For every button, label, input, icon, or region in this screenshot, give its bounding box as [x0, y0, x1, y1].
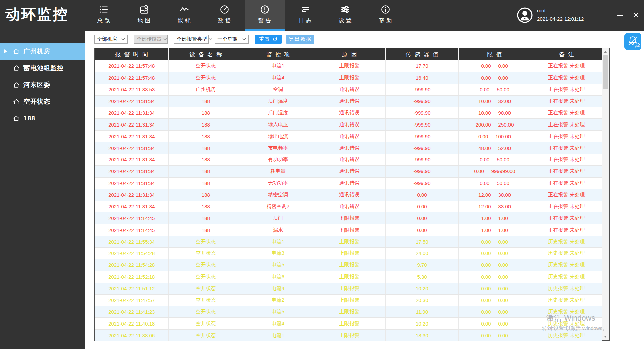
table-row[interactable]: 2021-04-22 11:40:18空开状态电流4上限报警10.200.000…	[95, 318, 602, 330]
table-row[interactable]: 2021-04-22 11:31:34188输入电压通讯错误-999.90200…	[95, 119, 602, 131]
table-row[interactable]: 2021-04-22 11:14:45188漏水下限报警0.001.001.00…	[95, 224, 602, 236]
sidebar-item-4[interactable]: 188	[0, 110, 85, 127]
tab-help[interactable]: 帮助	[365, 0, 406, 31]
cell-remark: 历史报警,未处理	[531, 330, 602, 341]
table-row[interactable]: 2021-04-22 11:52:18空开状态电流6上限报警5.300.000.…	[95, 271, 602, 283]
table-scrollbar[interactable]	[602, 48, 609, 340]
reset-button[interactable]: 重置	[255, 35, 282, 44]
table-row[interactable]: 2021-04-22 11:51:12空开状态电流4上限报警10.200.000…	[95, 283, 602, 295]
table-row[interactable]: 2021-04-22 11:41:23空开状态电流5上限报警11.900.000…	[95, 306, 602, 318]
cell-limit: 200.00250.00	[459, 119, 531, 130]
cell-limit: 0.0050.00	[459, 178, 531, 189]
sidebar: 广州机房蓄电池组监控河东区委空开状态188	[0, 31, 85, 349]
table-row[interactable]: 2021-04-22 11:14:45188后门下限报警0.001.001.00…	[95, 212, 602, 224]
column-header-3: 原因	[313, 48, 386, 60]
cell-sensor-value: 17.50	[386, 236, 459, 247]
close-icon[interactable]: ×	[630, 9, 642, 22]
scroll-down-arrow-icon[interactable]	[602, 333, 609, 340]
cell-item: 电流5	[243, 259, 313, 271]
cell-device: 188	[169, 119, 244, 130]
cell-reason: 上限报警	[313, 318, 386, 329]
tab-logs[interactable]: 日志	[285, 0, 325, 31]
sensor-filter-dropdown[interactable]: 全部传感器	[134, 35, 168, 44]
cell-limit: 0.0050.00	[459, 154, 531, 165]
cell-reason: 上限报警	[313, 271, 386, 283]
cell-device: 空开状态	[169, 248, 244, 259]
sidebar-item-2[interactable]: 河东区委	[0, 77, 85, 93]
sidebar-item-label: 河东区委	[23, 81, 50, 89]
sidebar-item-0[interactable]: 广州机房	[0, 43, 85, 60]
time-range-filter-dropdown[interactable]: 一个星期	[215, 35, 249, 44]
table-row[interactable]: 2021-04-22 11:31:34188有功功率通讯错误-999.900.0…	[95, 154, 602, 166]
chevron-down-icon	[121, 38, 125, 40]
cell-remark: 历史报警,未处理	[531, 271, 602, 283]
room-filter-dropdown[interactable]: 全部机房	[94, 35, 128, 44]
tab-alerts[interactable]: 警告	[245, 0, 285, 31]
limit-low: 0.00	[481, 250, 491, 256]
table-row[interactable]: 2021-04-22 11:31:34188市电频率通讯错误-999.9048.…	[95, 142, 602, 154]
tab-energy[interactable]: 能耗	[164, 0, 204, 31]
sidebar-item-1[interactable]: 蓄电池组监控	[0, 60, 85, 77]
table-row[interactable]: 2021-04-22 11:31:34188耗电量通讯错误-999.900.00…	[95, 166, 602, 178]
cell-limit: 12.0030.00	[459, 189, 531, 201]
cell-remark: 正在报警,未处理	[531, 189, 602, 201]
alarm-type-filter-dropdown[interactable]: 全部报警类型	[174, 35, 209, 44]
cell-remark: 正在报警,未处理	[531, 166, 602, 177]
limit-low: 48.00	[478, 145, 491, 151]
limit-high: 1.00	[498, 227, 508, 233]
table-row[interactable]: 2021-04-22 11:47:57空开状态电流2上限报警20.300.000…	[95, 295, 602, 306]
chevron-down-icon	[242, 38, 246, 40]
list-icon	[99, 4, 109, 15]
table-row[interactable]: 2021-04-22 11:38:06空开状态电流1上限报警18.300.000…	[95, 330, 602, 341]
table-row[interactable]: 2021-04-22 11:54:28空开状态电流3上限报警24.000.000…	[95, 248, 602, 259]
table-row[interactable]: 2021-04-22 11:31:34188无功功率通讯错误-999.900.0…	[95, 178, 602, 189]
export-data-button[interactable]: 导出数据	[286, 35, 314, 44]
refresh-icon	[273, 37, 277, 42]
cell-sensor-value: 0.00	[386, 189, 459, 201]
cell-remark: 正在报警,未处理	[531, 84, 602, 95]
mute-all-alarms-button[interactable]: ALL	[624, 33, 641, 50]
table-row[interactable]: 2021-04-22 11:33:53广州机房空调通讯错误-999.900.00…	[95, 84, 602, 96]
minimize-icon[interactable]	[615, 10, 625, 20]
app-title: 动环监控	[5, 5, 68, 24]
tab-map[interactable]: 地图	[124, 0, 164, 31]
scrollbar-thumb[interactable]	[603, 55, 608, 89]
cell-limit: 0.000.00	[459, 259, 531, 271]
cell-remark: 历史报警,未处理	[531, 259, 602, 271]
tab-settings[interactable]: 设置	[325, 0, 365, 31]
cell-device: 空开状态	[169, 330, 244, 341]
sidebar-item-label: 188	[23, 115, 35, 122]
cell-time: 2021-04-22 11:38:06	[95, 330, 169, 341]
tab-data[interactable]: 数据	[204, 0, 245, 31]
cell-remark: 正在报警,未处理	[531, 154, 602, 165]
limit-low: 0.00	[480, 87, 489, 92]
table-row[interactable]: 2021-04-22 11:31:34188后门温度通讯错误-999.9010.…	[95, 96, 602, 107]
cell-item: 电流3	[243, 248, 313, 259]
cell-item: 电流4	[243, 283, 313, 294]
table-row[interactable]: 2021-04-22 11:31:34188输出电流通讯错误-999.900.0…	[95, 131, 602, 142]
table-row[interactable]: 2021-04-22 11:31:34188精密空调2通讯错误0.0012.00…	[95, 201, 602, 213]
table-row[interactable]: 2021-04-22 11:31:34188后门湿度通讯错误-999.9010.…	[95, 107, 602, 119]
limit-low: 0.00	[474, 168, 484, 174]
sidebar-item-3[interactable]: 空开状态	[0, 93, 85, 110]
table-row[interactable]: 2021-04-22 11:57:48空开状态电流1上限报警17.700.000…	[95, 60, 602, 72]
cell-limit: 1.001.00	[459, 224, 531, 236]
limit-low: 1.00	[481, 227, 491, 233]
cell-reason: 上限报警	[313, 236, 386, 247]
cell-device: 188	[169, 142, 244, 154]
user-avatar[interactable]	[517, 7, 533, 23]
cell-device: 空开状态	[169, 306, 244, 317]
table-row[interactable]: 2021-04-22 11:31:34188精密空调通讯错误0.0012.003…	[95, 189, 602, 201]
tab-label: 警告	[256, 17, 273, 24]
cell-remark: 正在报警,未处理	[531, 60, 602, 72]
cell-device: 188	[169, 224, 244, 236]
scroll-up-arrow-icon[interactable]	[602, 48, 609, 55]
time-range-filter-value: 一个星期	[217, 36, 237, 42]
tab-overview[interactable]: 总览	[84, 0, 124, 31]
table-row[interactable]: 2021-04-22 11:57:48空开状态电流4上限报警16.400.000…	[95, 72, 602, 84]
column-header-5: 限值	[459, 48, 531, 60]
limit-high: 50.00	[497, 180, 509, 186]
table-row[interactable]: 2021-04-22 11:55:34空开状态电流1上限报警17.500.000…	[95, 236, 602, 248]
table-row[interactable]: 2021-04-22 11:54:28空开状态电流5上限报警9.700.000.…	[95, 259, 602, 271]
cell-limit: 0.000.00	[459, 318, 531, 329]
